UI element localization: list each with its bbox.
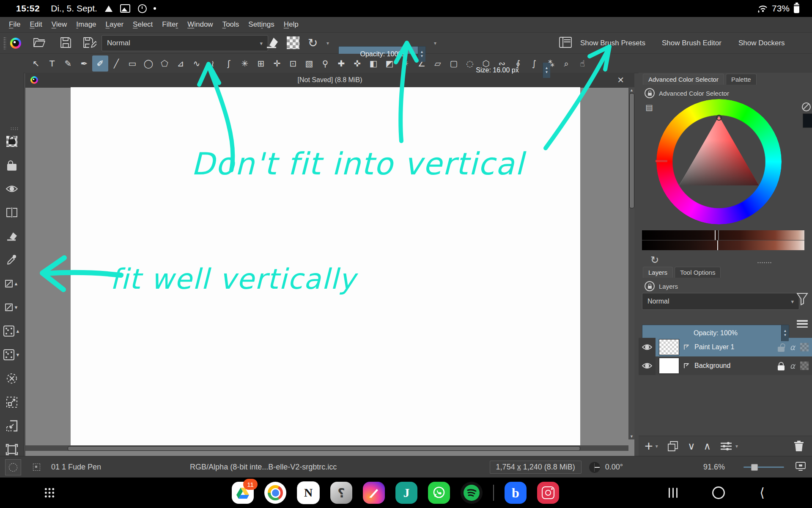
current-color-swatch[interactable] <box>803 113 812 128</box>
canvas-page[interactable] <box>71 87 580 445</box>
alpha-channel-icon[interactable]: α <box>790 361 795 370</box>
scroll-up-icon[interactable]: ▲ <box>630 88 634 92</box>
sv-triangle[interactable] <box>656 99 782 224</box>
home-nav-button[interactable] <box>712 486 725 499</box>
tab-tool-options[interactable]: Tool Options <box>675 267 721 278</box>
menu-file[interactable]: File <box>4 20 25 29</box>
notion-app-icon[interactable]: N <box>297 481 320 504</box>
close-document-icon[interactable]: ✕ <box>617 75 624 85</box>
alpha-channel-icon[interactable]: α <box>790 342 795 352</box>
menu-settings[interactable]: Settings <box>244 20 279 29</box>
polygon-tool[interactable]: ⬠ <box>156 55 173 72</box>
layer-filter-icon[interactable] <box>796 292 809 307</box>
multibrush-tool[interactable]: ✳ <box>237 55 253 72</box>
select-shapes-tool[interactable]: ↖ <box>28 55 44 72</box>
docker-lock-icon[interactable] <box>645 88 655 98</box>
save-as-button[interactable] <box>83 37 96 48</box>
text-tool[interactable]: T <box>44 55 60 72</box>
horizontal-scrollbar[interactable] <box>25 445 628 451</box>
dynamic-brush-tool[interactable]: ʃ <box>221 55 237 72</box>
layer-thumbnail[interactable] <box>659 358 679 374</box>
transform-tool[interactable]: ⊞ <box>253 55 269 72</box>
properties-caret[interactable]: ▾ <box>735 443 738 449</box>
inherit-alpha-icon[interactable] <box>800 362 809 370</box>
selection-display-icon[interactable] <box>33 464 40 471</box>
duplicate-layer-button[interactable] <box>667 441 678 452</box>
layer-properties-button[interactable] <box>720 442 732 451</box>
menu-filter[interactable]: Filter <box>157 20 183 29</box>
show-brush-editor-button[interactable]: Show Brush Editor <box>662 33 721 53</box>
menu-image[interactable]: Image <box>71 20 101 29</box>
layer-list-menu-icon[interactable] <box>797 320 808 328</box>
tab-advanced-color-selector[interactable]: Advanced Color Selector <box>643 74 724 85</box>
canvas-rotation-dial[interactable] <box>589 462 600 473</box>
grow-selection-button[interactable] <box>0 393 23 411</box>
bixby-app-icon[interactable]: b <box>505 482 527 504</box>
bezier-select-tool[interactable]: ∫ <box>526 55 542 72</box>
crop-tool[interactable]: ⊡ <box>285 55 301 72</box>
krita-app-icon[interactable] <box>363 482 385 504</box>
layer-locked-icon[interactable] <box>778 365 785 370</box>
edit-shapes-tool[interactable]: ✎ <box>60 55 76 72</box>
shrink-selection-button[interactable] <box>0 417 23 435</box>
zoom-slider[interactable] <box>743 467 784 468</box>
move-tool[interactable]: ✛ <box>269 55 285 72</box>
brush-blend-mode-dropdown[interactable]: Normal▾ <box>102 35 268 51</box>
open-file-button[interactable] <box>33 37 46 48</box>
line-tool[interactable]: ╱ <box>108 55 124 72</box>
move-layer-down-button[interactable]: ∨ <box>688 440 695 452</box>
current-brush-preset[interactable]: 01 1 Fude Pen <box>51 463 101 472</box>
value-strip-2[interactable] <box>642 240 804 250</box>
freehand-brush-tool[interactable]: ✐ <box>92 55 108 72</box>
clip-studio-app-icon[interactable]: ؟ <box>330 482 352 504</box>
toolbox-drag-handle[interactable] <box>10 127 19 130</box>
layer-unlocked-icon[interactable] <box>778 347 785 352</box>
patch-tool[interactable]: ✚ <box>333 55 349 72</box>
choose-brush-preset-button[interactable] <box>559 37 572 48</box>
opacity-dropdown-caret[interactable]: ▾ <box>434 40 436 46</box>
reference-images-tool[interactable]: ▱ <box>430 55 446 72</box>
inherit-alpha-icon[interactable] <box>800 343 809 351</box>
add-layer-caret[interactable]: ▾ <box>656 443 658 449</box>
zoom-percent-text[interactable]: 91.6% <box>703 463 725 472</box>
back-nav-button[interactable]: ⟨ <box>760 488 765 498</box>
canvas-rotation-text[interactable]: 0.00° <box>605 463 623 472</box>
delete-layer-button[interactable] <box>793 440 804 452</box>
eraser-toggle-button[interactable] <box>0 227 23 246</box>
chrome-app-icon[interactable] <box>264 482 286 504</box>
refresh-colors-icon[interactable]: ↻ <box>650 254 659 266</box>
layer-blend-mode-dropdown[interactable]: Normal▾ <box>642 293 799 310</box>
menu-select[interactable]: Select <box>128 20 157 29</box>
brush-size-down-button[interactable]: ▼ <box>0 298 23 317</box>
preserve-alpha-button[interactable] <box>287 36 299 49</box>
show-dockers-button[interactable]: Show Dockers <box>738 33 785 53</box>
tab-layers[interactable]: Layers <box>643 267 673 278</box>
deselect-button[interactable] <box>0 369 23 388</box>
gradient-tool[interactable]: ▧ <box>301 55 317 72</box>
document-size-text[interactable]: 1,754 x 1,240 (8.8 MiB) <box>490 461 582 474</box>
selection-mode-button[interactable] <box>5 459 21 475</box>
value-strip-1[interactable] <box>642 230 804 240</box>
recents-nav-button[interactable] <box>669 488 678 498</box>
reload-preset-button[interactable]: ↻ <box>308 36 318 50</box>
menu-window[interactable]: Window <box>183 20 217 29</box>
docker-lock-icon[interactable] <box>645 281 655 291</box>
apps-drawer-button[interactable] <box>44 487 55 498</box>
menu-layer[interactable]: Layer <box>101 20 129 29</box>
color-sampler-tool[interactable]: ⚲ <box>317 55 333 72</box>
preset-down-button[interactable]: ▼ <box>0 345 23 364</box>
google-drive-app-icon[interactable]: 11 <box>232 482 254 504</box>
menu-tools[interactable]: Tools <box>218 20 244 29</box>
reload-dropdown-caret[interactable]: ▾ <box>326 40 329 46</box>
freehand-path-tool[interactable]: ≀ <box>205 55 221 72</box>
menu-view[interactable]: View <box>47 20 72 29</box>
selector-settings-icon[interactable]: ▤ <box>645 102 653 112</box>
zoom-tool[interactable]: ⌕ <box>558 55 574 72</box>
eraser-mode-button[interactable] <box>264 36 279 49</box>
bezier-curve-tool[interactable]: ∿ <box>189 55 205 72</box>
show-brush-presets-button[interactable]: Show Brush Presets <box>580 33 645 53</box>
ellipse-tool[interactable]: ◯ <box>140 55 156 72</box>
camera-app-icon[interactable] <box>537 482 559 504</box>
save-button[interactable] <box>60 37 71 48</box>
layer-visibility-toggle[interactable] <box>639 356 656 375</box>
